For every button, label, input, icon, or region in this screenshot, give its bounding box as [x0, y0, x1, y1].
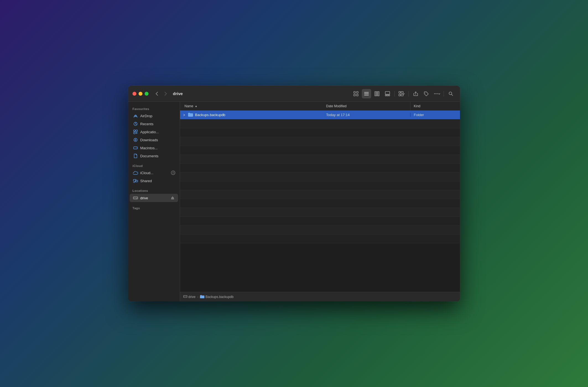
- status-bar: drive › Backups.backupdb: [180, 292, 460, 301]
- sidebar-item-downloads[interactable]: Downloads: [130, 136, 178, 144]
- svg-rect-8: [376, 91, 378, 96]
- column-name-header[interactable]: Name ▲: [180, 104, 324, 108]
- svg-point-35: [136, 198, 137, 199]
- separator-1: [394, 91, 395, 96]
- svg-rect-14: [399, 91, 400, 93]
- sidebar-label-applications: Applicatio...: [140, 130, 159, 134]
- sidebar-label-airdrop: AirDrop: [140, 114, 152, 118]
- sidebar-item-applications[interactable]: Applicatio...: [130, 128, 178, 136]
- breadcrumb-drive: drive: [183, 295, 196, 299]
- column-modified-header[interactable]: Date Modified: [324, 104, 410, 108]
- airdrop-icon: [133, 113, 138, 118]
- toolbar: drive: [128, 86, 460, 102]
- share-button[interactable]: [411, 89, 420, 98]
- icloud-section-label: iCloud: [128, 162, 180, 169]
- table-row: [180, 226, 460, 234]
- svg-rect-7: [375, 91, 376, 96]
- minimize-button[interactable]: [139, 92, 142, 96]
- file-name-label: Backups.backupdb: [195, 113, 225, 117]
- svg-rect-2: [354, 94, 355, 96]
- breadcrumb-drive-icon: [183, 295, 187, 299]
- svg-rect-26: [134, 130, 135, 132]
- svg-rect-3: [357, 94, 358, 96]
- view-list-button[interactable]: [362, 89, 371, 98]
- table-row: [180, 190, 460, 199]
- svg-rect-11: [385, 95, 386, 96]
- sidebar-item-airdrop[interactable]: AirDrop: [130, 112, 178, 120]
- svg-rect-28: [134, 132, 135, 134]
- sidebar-label-documents: Documents: [140, 154, 158, 158]
- sidebar-label-macintosh: Macintos...: [140, 146, 158, 150]
- sidebar-item-drive[interactable]: drive: [130, 194, 178, 202]
- sort-icon: ▲: [195, 104, 197, 108]
- table-row: [180, 119, 460, 128]
- table-row: [180, 137, 460, 146]
- breadcrumb-folder-icon: [200, 295, 204, 299]
- finder-window: drive: [128, 86, 460, 301]
- table-row: [180, 181, 460, 190]
- back-button[interactable]: [153, 90, 161, 98]
- sidebar-item-shared[interactable]: Shared: [130, 177, 178, 185]
- breadcrumb-folder-label: Backups.backupdb: [205, 295, 233, 299]
- sidebar-label-recents: Recents: [140, 122, 153, 126]
- group-button[interactable]: [397, 89, 406, 98]
- view-icons-button[interactable]: [351, 89, 361, 98]
- sidebar-label-icloud-drive: iCloud...: [140, 171, 153, 175]
- favourites-section-label: Favourites: [128, 105, 180, 112]
- svg-rect-36: [184, 296, 187, 298]
- sidebar-item-documents[interactable]: Documents: [130, 152, 178, 160]
- folder-icon: [188, 112, 193, 118]
- file-area: Name ▲ Date Modified Kind: [180, 102, 460, 301]
- column-kind-header[interactable]: Kind: [410, 102, 460, 110]
- table-row[interactable]: Backups.backupdb Today at 17:14 Folder: [180, 111, 460, 119]
- table-row: [180, 234, 460, 243]
- search-button[interactable]: [446, 89, 456, 98]
- svg-rect-33: [135, 180, 138, 182]
- svg-rect-12: [387, 95, 388, 96]
- locations-section-label: Locations: [128, 187, 180, 194]
- file-cell-modified: Today at 17:14: [324, 113, 410, 117]
- table-row: [180, 146, 460, 155]
- file-cell-name: Backups.backupdb: [180, 112, 324, 118]
- main-content: Favourites AirDrop: [128, 102, 460, 301]
- breadcrumb-separator: ›: [197, 295, 198, 299]
- svg-point-19: [434, 93, 435, 94]
- svg-rect-10: [385, 91, 390, 94]
- sidebar-label-downloads: Downloads: [140, 138, 158, 142]
- downloads-icon: [133, 137, 138, 142]
- icloud-sync-icon: [171, 171, 175, 175]
- svg-rect-27: [136, 130, 137, 132]
- svg-rect-9: [378, 91, 379, 96]
- expand-arrow[interactable]: [182, 113, 186, 117]
- traffic-lights: [132, 92, 149, 96]
- sidebar-item-macintosh[interactable]: Macintos...: [130, 144, 178, 152]
- table-row: [180, 199, 460, 208]
- drive-icon: [133, 195, 138, 200]
- view-columns-button[interactable]: [372, 89, 382, 98]
- table-row: [180, 172, 460, 181]
- applications-icon: [133, 129, 138, 134]
- nav-buttons: [153, 90, 170, 98]
- sidebar-label-drive: drive: [140, 196, 148, 200]
- documents-icon: [133, 153, 138, 158]
- separator-3: [444, 91, 444, 96]
- eject-button[interactable]: [170, 195, 175, 201]
- view-gallery-button[interactable]: [383, 89, 392, 98]
- window-title: drive: [173, 91, 183, 96]
- close-button[interactable]: [132, 92, 136, 96]
- shared-icon: [133, 178, 138, 183]
- action-button[interactable]: [432, 89, 441, 98]
- tag-button[interactable]: [422, 89, 431, 98]
- sidebar-item-icloud-drive[interactable]: iCloud...: [130, 169, 178, 177]
- sidebar-label-shared: Shared: [140, 179, 152, 183]
- column-header: Name ▲ Date Modified Kind: [180, 102, 460, 111]
- svg-rect-1: [357, 91, 358, 93]
- svg-point-31: [136, 148, 137, 148]
- table-row: [180, 217, 460, 226]
- svg-point-20: [436, 93, 436, 94]
- sidebar-item-recents[interactable]: Recents: [130, 120, 178, 128]
- toolbar-actions: [351, 89, 456, 98]
- recents-icon: [133, 121, 138, 126]
- forward-button[interactable]: [162, 90, 170, 98]
- zoom-button[interactable]: [145, 92, 149, 96]
